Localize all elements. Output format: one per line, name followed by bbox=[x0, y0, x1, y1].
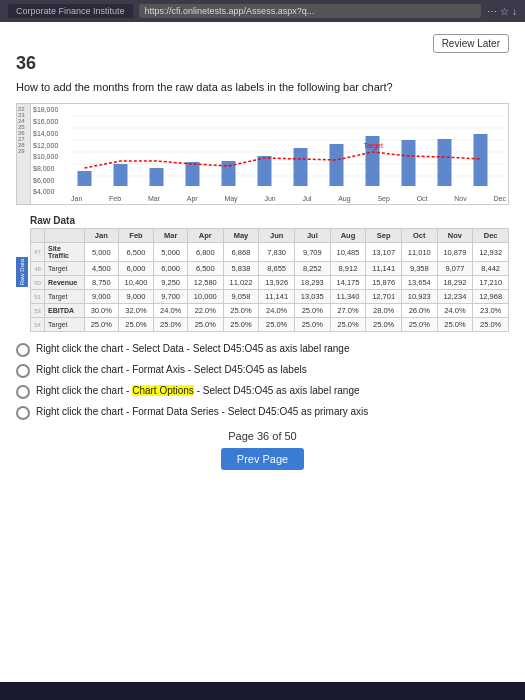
table-cell: 25.0% bbox=[85, 318, 119, 332]
browser-icons: ⋯ ☆ ↓ bbox=[487, 6, 517, 17]
table-cell: 8,252 bbox=[294, 262, 330, 276]
table-cell: 10,879 bbox=[437, 243, 473, 262]
col-header-label bbox=[45, 229, 85, 243]
table-cell: 25.0% bbox=[223, 318, 259, 332]
table-row: 47Site Traffic5,0006,5005,0006,8006,8687… bbox=[31, 243, 509, 262]
table-cell: 12,701 bbox=[366, 290, 402, 304]
table-cell: 11,141 bbox=[366, 262, 402, 276]
table-header-row: Jan Feb Mar Apr May Jun Jul Aug Sep Oct … bbox=[31, 229, 509, 243]
table-cell: 10,000 bbox=[188, 290, 224, 304]
table-cell: 6,500 bbox=[188, 262, 224, 276]
table-cell: 12,932 bbox=[473, 243, 509, 262]
col-dec: Dec bbox=[473, 229, 509, 243]
table-cell: 14,175 bbox=[330, 276, 366, 290]
table-cell: 12,234 bbox=[437, 290, 473, 304]
table-cell: 13,035 bbox=[294, 290, 330, 304]
col-mar: Mar bbox=[154, 229, 188, 243]
table-row: 54Target25.0%25.0%25.0%25.0%25.0%25.0%25… bbox=[31, 318, 509, 332]
chart-svg: Target bbox=[71, 106, 506, 195]
table-cell: 24.0% bbox=[154, 304, 188, 318]
table-cell: 9,058 bbox=[223, 290, 259, 304]
raw-data-title: Raw Data bbox=[30, 215, 509, 226]
option-radio-2[interactable] bbox=[16, 364, 30, 378]
row-label: Target bbox=[45, 290, 85, 304]
table-cell: 25.0% bbox=[294, 318, 330, 332]
chart-x-axis: Jan Feb Mar Apr May Jun Jul Aug Sep Oct … bbox=[33, 195, 506, 202]
data-table: Jan Feb Mar Apr May Jun Jul Aug Sep Oct … bbox=[30, 228, 509, 332]
col-nov: Nov bbox=[437, 229, 473, 243]
svg-rect-12 bbox=[294, 148, 308, 186]
table-cell: 27.0% bbox=[330, 304, 366, 318]
table-cell: 25.0% bbox=[188, 318, 224, 332]
table-cell: 6,800 bbox=[188, 243, 224, 262]
svg-rect-8 bbox=[150, 168, 164, 186]
table-cell: 25.0% bbox=[223, 304, 259, 318]
table-cell: 5,838 bbox=[223, 262, 259, 276]
col-jun: Jun bbox=[259, 229, 295, 243]
svg-rect-7 bbox=[114, 164, 128, 186]
table-cell: 12,968 bbox=[473, 290, 509, 304]
table-cell: 11,141 bbox=[259, 290, 295, 304]
svg-rect-15 bbox=[402, 140, 416, 186]
pagination: Page 36 of 50 Prev Page bbox=[16, 430, 509, 470]
table-cell: 9,250 bbox=[154, 276, 188, 290]
table-cell: 10,400 bbox=[118, 276, 154, 290]
table-cell: 11,340 bbox=[330, 290, 366, 304]
table-cell: 5,000 bbox=[154, 243, 188, 262]
chart-container: 2223242526272829 $18,000 $16,000 $14,000… bbox=[16, 103, 509, 205]
col-feb: Feb bbox=[118, 229, 154, 243]
review-later-button[interactable]: Review Later bbox=[433, 34, 509, 53]
table-cell: 5,000 bbox=[85, 243, 119, 262]
option-item-4[interactable]: Right click the chart - Format Data Seri… bbox=[16, 405, 509, 420]
table-cell: 25.0% bbox=[259, 318, 295, 332]
table-cell: 9,709 bbox=[294, 243, 330, 262]
table-cell: 11,010 bbox=[401, 243, 437, 262]
option-radio-3[interactable] bbox=[16, 385, 30, 399]
table-cell: 32.0% bbox=[118, 304, 154, 318]
option-text-3: Right click the chart - Chart Options - … bbox=[36, 384, 360, 398]
content-wrapper: Review Later 36 How to add the months fr… bbox=[0, 22, 525, 682]
table-row: 50Revenue8,75010,4009,25012,58011,02213,… bbox=[31, 276, 509, 290]
svg-rect-10 bbox=[222, 161, 236, 186]
browser-tab[interactable]: Corporate Finance Institute bbox=[8, 4, 133, 18]
table-row: 48Target4,5006,0006,0006,5005,8388,6558,… bbox=[31, 262, 509, 276]
col-aug: Aug bbox=[330, 229, 366, 243]
table-cell: 13,107 bbox=[366, 243, 402, 262]
svg-rect-17 bbox=[474, 134, 488, 186]
table-cell: 9,000 bbox=[118, 290, 154, 304]
table-cell: 25.0% bbox=[294, 304, 330, 318]
svg-rect-13 bbox=[330, 144, 344, 186]
row-label: Target bbox=[45, 318, 85, 332]
table-cell: 10,485 bbox=[330, 243, 366, 262]
col-apr: Apr bbox=[188, 229, 224, 243]
question-number: 36 bbox=[16, 53, 509, 74]
table-cell: 8,750 bbox=[85, 276, 119, 290]
table-cell: 7,830 bbox=[259, 243, 295, 262]
table-cell: 25.0% bbox=[401, 318, 437, 332]
col-may: May bbox=[223, 229, 259, 243]
table-cell: 6,000 bbox=[118, 262, 154, 276]
option-radio-1[interactable] bbox=[16, 343, 30, 357]
table-row: 51Target9,0009,0009,70010,0009,05811,141… bbox=[31, 290, 509, 304]
table-cell: 6,868 bbox=[223, 243, 259, 262]
url-bar[interactable]: https://cfi.onlinetests.app/Assess.aspx?… bbox=[139, 4, 482, 18]
table-cell: 30.0% bbox=[85, 304, 119, 318]
table-cell: 13,926 bbox=[259, 276, 295, 290]
chart-y-axis: $18,000 $16,000 $14,000 $12,000 $10,000 … bbox=[33, 106, 69, 195]
table-cell: 25.0% bbox=[437, 318, 473, 332]
table-cell: 23.0% bbox=[473, 304, 509, 318]
option-item-1[interactable]: Right click the chart - Select Data - Se… bbox=[16, 342, 509, 357]
table-cell: 24.0% bbox=[437, 304, 473, 318]
prev-page-button[interactable]: Prev Page bbox=[221, 448, 304, 470]
bar-chart: Target bbox=[71, 106, 506, 191]
row-label: Site Traffic bbox=[45, 243, 85, 262]
option-text-2: Right click the chart - Format Axis - Se… bbox=[36, 363, 307, 377]
question-text: How to add the months from the raw data … bbox=[16, 80, 509, 95]
table-cell: 25.0% bbox=[118, 318, 154, 332]
option-item-3[interactable]: Right click the chart - Chart Options - … bbox=[16, 384, 509, 399]
table-cell: 8,442 bbox=[473, 262, 509, 276]
table-cell: 9,700 bbox=[154, 290, 188, 304]
option-item-2[interactable]: Right click the chart - Format Axis - Se… bbox=[16, 363, 509, 378]
col-jan: Jan bbox=[85, 229, 119, 243]
option-radio-4[interactable] bbox=[16, 406, 30, 420]
